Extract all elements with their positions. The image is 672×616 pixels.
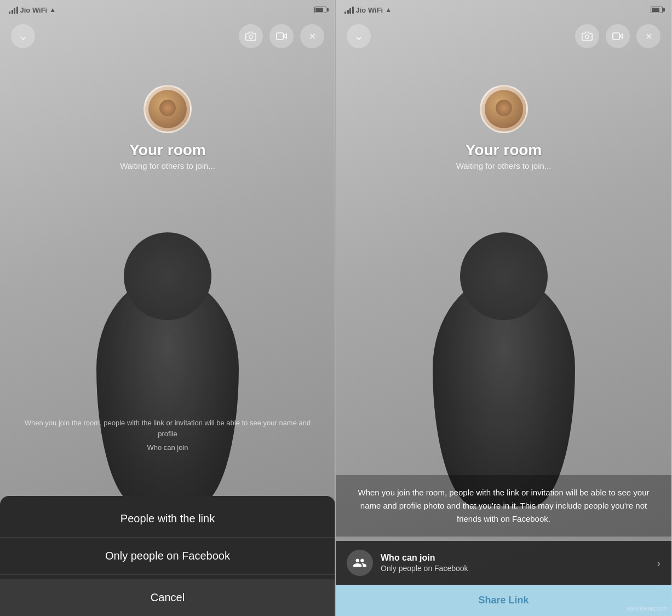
person-silhouette: [96, 276, 239, 506]
who-can-join-subtitle: Only people on Facebook: [381, 564, 649, 573]
room-subtitle-left: Waiting for others to join...: [0, 161, 335, 170]
close-button-left[interactable]: ✕: [300, 24, 324, 48]
info-text-left: When you join the room, people with the …: [16, 418, 319, 439]
user-avatar-right: [480, 85, 528, 133]
status-bar-right: Jio WiFi ▲: [336, 0, 671, 20]
video-button-right[interactable]: [606, 24, 630, 48]
camera-icon-left: [245, 31, 256, 42]
who-can-join-label: Who can join: [16, 443, 319, 452]
avatar-face-left: [148, 90, 187, 128]
video-button-left[interactable]: [269, 24, 294, 48]
who-can-join-card[interactable]: Who can join Only people on Facebook ›: [336, 541, 671, 585]
camera-button-right[interactable]: [575, 24, 599, 48]
signal-bar-2: [12, 10, 13, 14]
who-can-join-title: Who can join: [381, 553, 649, 563]
signal-bar-r4: [352, 7, 354, 14]
right-controls-right: ✕: [575, 24, 660, 48]
info-text-area-left: When you join the room, people with the …: [0, 418, 335, 452]
option-people-with-link[interactable]: People with the link: [0, 500, 335, 538]
option-only-facebook[interactable]: Only people on Facebook: [0, 538, 335, 575]
bottom-sheet-left: People with the link Only people on Face…: [0, 496, 335, 616]
svg-rect-5: [613, 33, 620, 39]
person-silhouette-right: [433, 276, 575, 506]
room-subtitle-right: Waiting for others to join...: [336, 161, 671, 170]
share-link-button[interactable]: Share Link: [336, 585, 671, 616]
info-overlay-right: When you join the room, people with the …: [336, 475, 671, 537]
info-text-right: When you join the room, people with the …: [349, 486, 658, 526]
bottom-area-right: Who can join Only people on Facebook › S…: [336, 541, 671, 616]
screen-divider: [335, 0, 335, 616]
svg-point-3: [585, 35, 589, 39]
status-left-right: Jio WiFi ▲: [344, 6, 392, 14]
wifi-icon-right: ▲: [385, 6, 392, 14]
chevron-down-button-right[interactable]: ⌄: [347, 24, 371, 48]
signal-bar-r1: [344, 12, 346, 14]
battery-icon-right: [651, 7, 663, 13]
signal-bar-r2: [347, 10, 349, 14]
right-controls-left: ✕: [239, 24, 324, 48]
room-info-left: Your room Waiting for others to join...: [0, 141, 335, 170]
svg-point-0: [249, 35, 253, 39]
top-controls-right: ⌄ ✕: [336, 24, 671, 48]
wifi-icon-left: ▲: [49, 6, 56, 14]
carrier-name-right: Jio WiFi: [356, 6, 383, 14]
battery-fill: [315, 8, 323, 12]
signal-bar-r3: [349, 8, 351, 14]
carrier-name-left: Jio WiFi: [20, 6, 48, 14]
camera-button-left[interactable]: [239, 24, 263, 48]
svg-marker-4: [619, 34, 623, 38]
chevron-down-button-left[interactable]: ⌄: [11, 24, 35, 48]
room-title-right: Your room: [336, 141, 671, 159]
people-icon: [347, 550, 373, 576]
people-group-icon: [353, 556, 367, 570]
svg-rect-2: [277, 33, 283, 39]
signal-bar-3: [14, 8, 15, 14]
chevron-right-icon: ›: [657, 557, 660, 569]
close-icon-left: ✕: [309, 31, 316, 42]
signal-bars-right: [344, 7, 354, 14]
status-bar-left: Jio WiFi ▲: [0, 0, 335, 20]
signal-bars: [9, 7, 18, 14]
battery-icon-left: [314, 7, 326, 13]
status-right-left: [314, 7, 326, 13]
cancel-button-left[interactable]: Cancel: [0, 579, 335, 616]
close-icon-right: ✕: [645, 31, 652, 42]
avatar-face-right: [485, 90, 523, 128]
who-can-join-text: Who can join Only people on Facebook: [381, 553, 649, 573]
svg-marker-1: [283, 34, 286, 38]
close-button-right[interactable]: ✕: [636, 24, 660, 48]
room-info-right: Your room Waiting for others to join...: [336, 141, 671, 170]
video-icon-left: [276, 31, 287, 42]
signal-bar-1: [9, 12, 10, 14]
camera-icon-right: [582, 31, 593, 42]
status-right-right: [651, 7, 663, 13]
chevron-down-icon-left: ⌄: [18, 29, 28, 43]
room-title-left: Your room: [0, 141, 335, 159]
status-left: Jio WiFi ▲: [9, 6, 56, 14]
watermark: www.deuaq.com: [627, 606, 667, 612]
right-screen: Jio WiFi ▲ ⌄: [336, 0, 671, 616]
battery-fill-right: [652, 8, 659, 12]
left-screen: Jio WiFi ▲ ⌄: [0, 0, 336, 616]
chevron-down-icon-right: ⌄: [354, 29, 364, 43]
user-avatar-left: [143, 85, 192, 133]
top-controls-left: ⌄ ✕: [0, 24, 335, 48]
video-icon-right: [612, 31, 623, 42]
signal-bar-4: [16, 7, 18, 14]
